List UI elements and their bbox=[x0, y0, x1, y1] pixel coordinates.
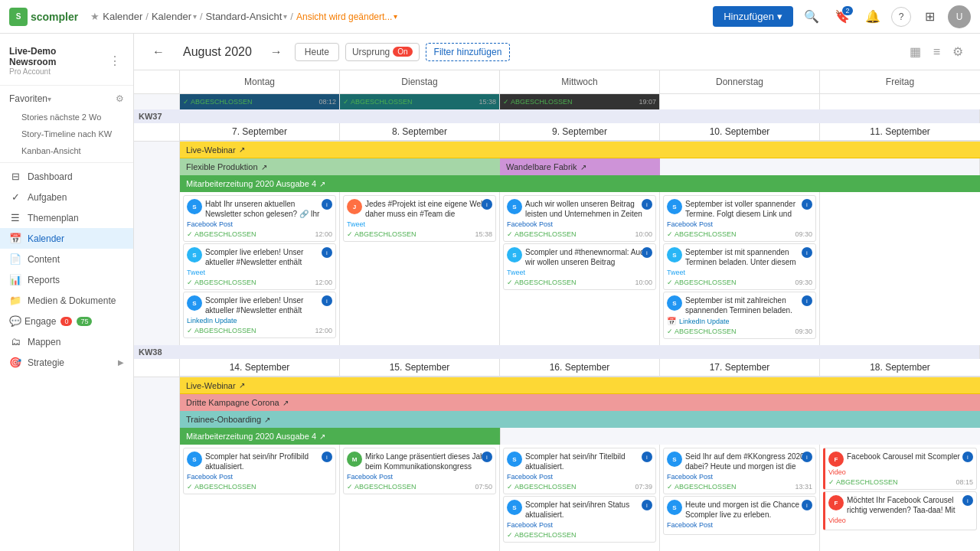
live-webinar-bar-w38[interactable]: Live-Webinar ↗ bbox=[180, 377, 980, 394]
post-info-button[interactable]: i bbox=[962, 495, 973, 506]
view-list-button[interactable]: ≡ bbox=[929, 41, 945, 62]
date-7sep: 7. September bbox=[180, 123, 340, 141]
sidebar-item-strategie[interactable]: 🎯 Strategie ▶ bbox=[0, 352, 133, 373]
grid-icon[interactable]: ⊞ bbox=[917, 5, 942, 29]
strategie-icon: 🎯 bbox=[9, 357, 21, 368]
sidebar-item-content[interactable]: 📄 Content bbox=[0, 249, 133, 269]
sidebar-item-engage[interactable]: 💬 Engage 0 75 bbox=[0, 311, 133, 331]
mitar-bar-w37[interactable]: Mitarbeiterzeitung 2020 Ausgabe 4 ↗ bbox=[180, 175, 980, 192]
ansicht-badge[interactable]: Ansicht wird geändert... ▾ bbox=[296, 11, 397, 22]
sidebar-item-kalender[interactable]: 📅 Kalender bbox=[0, 228, 133, 249]
post-info-button[interactable]: i bbox=[322, 199, 332, 210]
calendar-scroll[interactable]: Montag Dienstag Mittwoch Donnerstag Frei… bbox=[134, 70, 980, 551]
post-avatar: S bbox=[187, 199, 202, 214]
bookmark-icon[interactable]: 🔖 2 bbox=[830, 5, 854, 29]
week38-dates: 14. September 15. September 16. Septembe… bbox=[134, 359, 980, 377]
post-type: Tweet bbox=[667, 269, 812, 276]
post-card[interactable]: S Auch wir wollen unseren Beitrag leiste… bbox=[503, 195, 656, 242]
cell-wed-w37: S Auch wir wollen unseren Beitrag leiste… bbox=[500, 192, 660, 345]
account-menu-button[interactable]: ⋮ bbox=[106, 52, 124, 70]
post-info-button[interactable]: i bbox=[802, 199, 812, 210]
post-info-button[interactable]: i bbox=[962, 452, 973, 462]
sidebar-account: Live-Demo Newsroom Pro Account ⋮ bbox=[0, 40, 133, 86]
search-icon[interactable]: 🔍 bbox=[799, 5, 824, 29]
date-8sep: 8. September bbox=[340, 123, 500, 141]
breadcrumb-part1[interactable]: Kalender bbox=[103, 11, 142, 22]
external-link-icon: ↗ bbox=[319, 432, 325, 441]
post-info-button[interactable]: i bbox=[482, 452, 492, 462]
sidebar-item-reports[interactable]: 📊 Reports bbox=[0, 269, 133, 290]
favorites-header[interactable]: Favoriten ▾ ⚙ bbox=[0, 89, 133, 109]
view-settings-button[interactable]: ⚙ bbox=[948, 41, 968, 62]
breadcrumb-kalender-dropdown[interactable]: Kalender ▾ bbox=[152, 11, 197, 22]
star-icon[interactable]: ★ bbox=[90, 11, 100, 22]
help-icon[interactable]: ? bbox=[891, 7, 911, 27]
prev-button[interactable]: ← bbox=[146, 42, 171, 62]
sidebar-item-medien[interactable]: 📁 Medien & Dokumente bbox=[0, 290, 133, 311]
post-info-button[interactable]: i bbox=[802, 500, 812, 510]
post-card[interactable]: S Scompler hat sein/ihren Status aktuali… bbox=[503, 496, 656, 543]
post-card[interactable]: F Facebook Carousel mit Scompler i Video… bbox=[823, 448, 977, 490]
corona-bar[interactable]: Dritte Kampagne Corona ↗ bbox=[180, 394, 980, 411]
post-info-button[interactable]: i bbox=[642, 199, 652, 210]
post-time: 09:30 bbox=[795, 328, 812, 335]
post-card[interactable]: S Heute und morgen ist die Chance Scompl… bbox=[663, 496, 816, 535]
post-card[interactable]: S September ist voller spannender Termin… bbox=[663, 195, 816, 242]
avatar[interactable]: U bbox=[948, 5, 971, 28]
view-table-button[interactable]: ▦ bbox=[905, 41, 926, 62]
post-info-button[interactable]: i bbox=[322, 295, 332, 306]
post-status: ✓ ABGESCHLOSSEN bbox=[667, 230, 737, 238]
sidebar-item-aufgaben[interactable]: ✓ Aufgaben bbox=[0, 187, 133, 207]
sidebar-item-themenplan[interactable]: ☰ Themenplan bbox=[0, 207, 133, 228]
post-avatar: S bbox=[667, 500, 682, 515]
post-card[interactable]: S Scompler hat sein/ihr Titelbild aktual… bbox=[503, 448, 656, 494]
breadcrumb-ansicht-dropdown[interactable]: Standard-Ansicht ▾ bbox=[206, 11, 288, 22]
post-card[interactable]: S Scompler live erleben! Unser aktueller… bbox=[183, 243, 336, 290]
sidebar-item-timeline[interactable]: Story-Timeline nach KW bbox=[0, 126, 133, 142]
post-card[interactable]: S Seid Ihr auf dem #KKongress 2020 dabei… bbox=[663, 448, 816, 494]
wandel-fabrik-bar[interactable]: Wandelbare Fabrik ↗ bbox=[500, 158, 660, 175]
post-card[interactable]: J Jedes #Projekt ist eine eigene Welt, d… bbox=[343, 195, 496, 242]
post-info-button[interactable]: i bbox=[642, 500, 652, 510]
mitar-bar-w38[interactable]: Mitarbeiterzeitung 2020 Ausgabe 4 ↗ bbox=[180, 428, 500, 445]
post-info-button[interactable]: i bbox=[322, 247, 332, 258]
post-info-button[interactable]: i bbox=[802, 452, 812, 462]
post-card[interactable]: S Habt Ihr unseren aktuellen Newsletter … bbox=[183, 195, 336, 242]
flex-produktion-bar[interactable]: Flexible Produktion ↗ bbox=[180, 158, 500, 175]
sidebar-item-label: Medien & Dokumente bbox=[28, 295, 116, 306]
bell-icon[interactable]: 🔔 bbox=[861, 5, 885, 29]
gear-icon[interactable]: ⚙ bbox=[116, 93, 124, 104]
post-card[interactable]: M Mirko Lange präsentiert dieses Jahr be… bbox=[343, 448, 496, 494]
cell-fri-w38: F Facebook Carousel mit Scompler i Video… bbox=[820, 445, 980, 551]
live-webinar-bar-w37[interactable]: Live-Webinar ↗ bbox=[180, 142, 980, 158]
post-info-button[interactable]: i bbox=[642, 452, 652, 462]
post-card[interactable]: F Möchtet Ihr Facebook Carousel richtig … bbox=[823, 491, 977, 530]
filter-button[interactable]: Filter hinzufügen bbox=[426, 43, 511, 61]
post-info-button[interactable]: i bbox=[802, 247, 812, 258]
hinzufuegen-button[interactable]: Hinzufügen ▾ bbox=[713, 6, 793, 27]
post-info-button[interactable]: i bbox=[482, 199, 492, 210]
ursprung-button[interactable]: Ursprung On bbox=[345, 43, 420, 61]
breadcrumb-sep2: / bbox=[200, 11, 203, 22]
post-info-button[interactable]: i bbox=[642, 247, 652, 258]
post-card[interactable]: S September ist mit spannenden Terminen … bbox=[663, 243, 816, 290]
external-link-icon: ↗ bbox=[580, 163, 586, 171]
post-avatar: F bbox=[828, 452, 844, 467]
post-card[interactable]: S Scompler live erleben! Unser aktueller… bbox=[183, 292, 336, 338]
sidebar-item-kanban[interactable]: Kanban-Ansicht bbox=[0, 142, 133, 159]
post-info-button[interactable]: i bbox=[802, 295, 812, 306]
themenplan-icon: ☰ bbox=[9, 212, 21, 223]
post-type: LinkedIn Update bbox=[679, 318, 730, 325]
post-card[interactable]: S Scompler und #thenewnormal: Auch wir w… bbox=[503, 243, 656, 290]
sidebar-item-stories[interactable]: Stories nächste 2 Wo bbox=[0, 109, 133, 126]
post-card[interactable]: S Scompler hat sein/ihr Profilbild aktua… bbox=[183, 448, 336, 494]
sidebar-item-mappen[interactable]: 🗂 Mappen bbox=[0, 331, 133, 352]
next-button[interactable]: → bbox=[264, 42, 289, 62]
post-info-button[interactable]: i bbox=[322, 452, 332, 462]
post-card[interactable]: S September ist mit zahlreichen spannend… bbox=[663, 292, 816, 339]
sidebar-item-dashboard[interactable]: ⊟ Dashboard bbox=[0, 166, 133, 187]
cell-mon-w37: S Habt Ihr unseren aktuellen Newsletter … bbox=[180, 192, 340, 345]
chevron-right-icon: ▶ bbox=[118, 358, 124, 367]
heute-button[interactable]: Heute bbox=[295, 43, 339, 61]
trainee-bar[interactable]: Trainee-Onboarding ↗ bbox=[180, 411, 980, 428]
